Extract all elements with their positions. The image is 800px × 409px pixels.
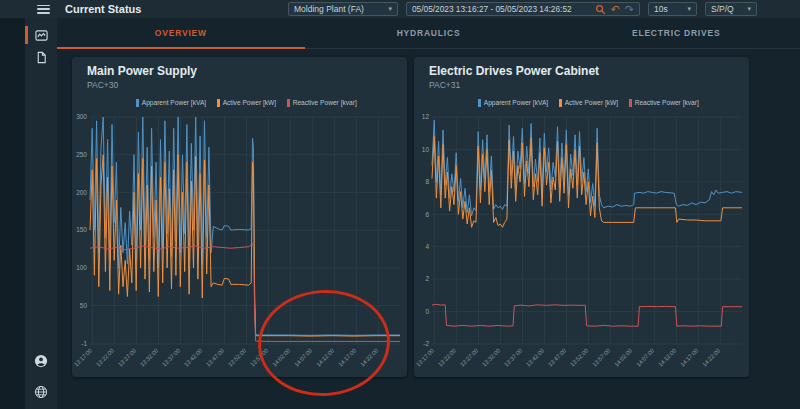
svg-text:8: 8 [425,178,429,185]
legend-swatch [217,99,220,107]
tab-bar: OVERVIEW HYDRAULICS ELECTRIC DRIVES [57,18,800,49]
date-range-field[interactable]: 05/05/2023 13:16:27 - 05/05/2023 14:26:5… [406,2,640,16]
svg-text:14:02:00: 14:02:00 [613,347,633,367]
search-icon[interactable] [595,4,606,15]
svg-text:13:52:00: 13:52:00 [227,347,247,367]
document-icon [35,51,48,64]
svg-text:6: 6 [425,211,429,218]
svg-text:13:47:00: 13:47:00 [205,347,225,367]
sidebar-item-language[interactable] [25,381,57,403]
legend-swatch [559,99,562,107]
svg-text:14:12:00: 14:12:00 [657,347,677,367]
redo-icon[interactable]: ↷ [625,4,634,14]
chevron-down-icon: ▾ [388,5,392,13]
svg-text:13:42:00: 13:42:00 [183,347,203,367]
plant-select-value: Molding Plant (FA) [294,4,364,14]
chevron-down-icon: ▾ [687,5,691,13]
tab-overview[interactable]: OVERVIEW [57,18,305,48]
sidebar-item-charts[interactable] [25,24,57,46]
svg-text:13:17:00: 13:17:00 [73,347,93,367]
legend-label: Apparent Power [kVA] [142,99,206,106]
chart-subtitle: PAC+30 [87,80,407,90]
svg-text:13:32:00: 13:32:00 [139,347,159,367]
svg-text:4: 4 [425,243,429,250]
svg-text:-1: -1 [81,340,87,347]
svg-text:13:42:00: 13:42:00 [525,347,545,367]
legend-item[interactable]: Active Power [kW] [217,98,276,107]
svg-text:200: 200 [76,189,87,196]
electric-drives-chart[interactable]: 121086420-213:17:0013:22:0013:27:0013:32… [414,109,749,381]
svg-text:150: 150 [76,226,87,233]
electric-drives-card: Electric Drives Power Cabinet PAC+31 App… [414,57,749,377]
svg-text:14:07:00: 14:07:00 [635,347,655,367]
svg-text:12: 12 [422,113,430,120]
topbar: Current Status Molding Plant (FA) ▾ 05/0… [0,0,800,18]
plant-select[interactable]: Molding Plant (FA) ▾ [288,2,398,16]
sidebar [25,18,57,409]
chart-legend: Apparent Power [kVA]Active Power [kW]Rea… [72,98,407,107]
legend-label: Apparent Power [kVA] [484,99,548,106]
svg-text:13:17:00: 13:17:00 [415,347,435,367]
page-title: Current Status [65,3,141,15]
svg-text:13:32:00: 13:32:00 [481,347,501,367]
legend-item[interactable]: Apparent Power [kVA] [136,98,206,107]
svg-text:14:22:00: 14:22:00 [359,347,379,367]
svg-text:14:12:00: 14:12:00 [315,347,335,367]
chart-title: Electric Drives Power Cabinet [429,64,749,78]
svg-text:13:22:00: 13:22:00 [95,347,115,367]
svg-text:-2: -2 [423,340,429,347]
legend-swatch [629,99,632,107]
charts-icon [35,29,48,42]
menu-icon[interactable] [37,5,50,14]
chart-subtitle: PAC+31 [429,80,749,90]
svg-text:13:57:00: 13:57:00 [249,347,269,367]
interval-select-value: 10s [654,4,668,14]
legend-label: Active Power [kW] [223,99,277,106]
legend-swatch [136,99,139,107]
legend-label: Reactive Power [kvar] [293,99,357,106]
tab-electric-drives[interactable]: ELECTRIC DRIVES [552,18,800,48]
svg-text:0: 0 [425,308,429,315]
legend-item[interactable]: Active Power [kW] [559,98,618,107]
globe-icon [34,385,48,399]
svg-text:2: 2 [425,275,429,282]
nav-rail [0,18,25,409]
interval-select[interactable]: 10s ▾ [648,2,697,16]
svg-text:100: 100 [76,264,87,271]
svg-text:13:37:00: 13:37:00 [161,347,181,367]
mode-select[interactable]: S/P/Q ▾ [705,2,757,16]
sidebar-item-reports[interactable] [25,46,57,68]
svg-text:13:27:00: 13:27:00 [459,347,479,367]
legend-item[interactable]: Apparent Power [kVA] [478,98,548,107]
svg-text:300: 300 [76,113,87,120]
undo-icon[interactable]: ↶ [611,4,620,14]
svg-text:13:57:00: 13:57:00 [591,347,611,367]
legend-label: Reactive Power [kvar] [635,99,699,106]
chart-title: Main Power Supply [87,64,407,78]
tab-hydraulics[interactable]: HYDRAULICS [305,18,553,48]
chevron-down-icon: ▾ [747,5,751,13]
svg-text:14:07:00: 14:07:00 [293,347,313,367]
date-range-value: 05/05/2023 13:16:27 - 05/05/2023 14:26:5… [412,4,572,14]
legend-swatch [287,99,290,107]
svg-text:14:02:00: 14:02:00 [271,347,291,367]
svg-text:14:17:00: 14:17:00 [679,347,699,367]
svg-text:14:17:00: 14:17:00 [337,347,357,367]
svg-text:250: 250 [76,151,87,158]
svg-text:50: 50 [80,302,88,309]
content-area: OVERVIEW HYDRAULICS ELECTRIC DRIVES Main… [57,18,800,409]
legend-swatch [478,99,481,107]
svg-text:14:22:00: 14:22:00 [701,347,721,367]
legend-item[interactable]: Reactive Power [kvar] [287,98,357,107]
svg-text:13:47:00: 13:47:00 [547,347,567,367]
main-power-chart[interactable]: 30025020015010050-113:17:0013:22:0013:27… [72,109,407,381]
svg-text:13:52:00: 13:52:00 [569,347,589,367]
main-power-supply-card: Main Power Supply PAC+30 Apparent Power … [72,57,407,377]
legend-label: Active Power [kW] [565,99,619,106]
sidebar-item-account[interactable] [25,350,57,372]
svg-text:13:27:00: 13:27:00 [117,347,137,367]
account-icon [34,354,48,368]
legend-item[interactable]: Reactive Power [kvar] [629,98,699,107]
svg-text:10: 10 [422,146,430,153]
svg-text:13:22:00: 13:22:00 [437,347,457,367]
